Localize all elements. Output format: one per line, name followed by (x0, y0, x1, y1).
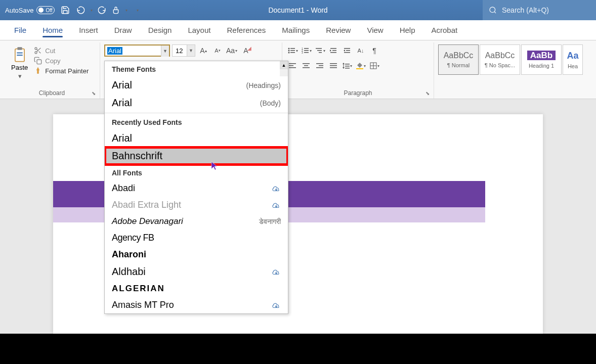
tab-references[interactable]: References (219, 20, 274, 40)
paste-icon (13, 47, 27, 63)
tab-design[interactable]: Design (140, 20, 180, 40)
svg-rect-4 (17, 52, 22, 53)
paste-button[interactable]: Paste ▾ (8, 44, 31, 82)
style-heading2[interactable]: Aa Hea (563, 44, 583, 75)
copy-icon (34, 57, 42, 65)
font-item-algerian[interactable]: ALGERIAN (105, 281, 288, 297)
shading-button[interactable]: ▾ (355, 60, 367, 72)
svg-point-17 (288, 52, 289, 54)
touch-dropdown-icon[interactable]: ▾ (125, 8, 127, 13)
tab-help[interactable]: Help (392, 20, 423, 40)
redo-icon[interactable] (97, 5, 107, 15)
qat-customize-icon[interactable]: ▾ (137, 8, 139, 13)
font-name: Abadi (112, 183, 135, 194)
font-name-combo[interactable]: Arial ▼ (104, 44, 170, 57)
cut-button[interactable]: Cut (34, 47, 89, 55)
svg-rect-25 (316, 48, 322, 49)
font-item-arial-body[interactable]: Arial (Body) (105, 94, 288, 112)
svg-rect-30 (330, 52, 336, 53)
autosave-toggle[interactable]: AutoSave Off (5, 6, 55, 14)
tab-review[interactable]: Review (318, 20, 359, 40)
svg-marker-31 (330, 50, 331, 52)
svg-rect-44 (316, 67, 323, 68)
font-hint: (Headings) (246, 81, 281, 89)
tab-draw[interactable]: Draw (106, 20, 140, 40)
font-item-adobe-devanagari[interactable]: Adobe Devanagari डेवनागरी (105, 213, 288, 230)
mouse-cursor-icon (210, 161, 219, 173)
undo-icon[interactable] (76, 5, 86, 15)
clipboard-launcher-icon[interactable]: ⬊ (92, 90, 98, 97)
clear-formatting-button[interactable]: A◢ (240, 44, 252, 57)
title-bar: AutoSave Off ▾ ▾ ▾ Document1 - Word Sear… (0, 0, 596, 20)
increase-font-button[interactable]: A▴ (197, 44, 209, 57)
paragraph-launcher-icon[interactable]: ⬊ (425, 90, 432, 97)
tab-file[interactable]: File (6, 20, 34, 40)
font-item-arial-recent[interactable]: Arial (105, 129, 288, 147)
borders-button[interactable]: ▾ (368, 60, 380, 72)
search-box[interactable]: Search (Alt+Q) (483, 0, 596, 20)
font-item-aldhabi[interactable]: Aldhabi (105, 263, 288, 281)
chevron-down-icon[interactable]: ▼ (161, 46, 169, 57)
font-item-bahnschrift[interactable]: Bahnschrift (105, 147, 288, 165)
tab-home[interactable]: Home (34, 20, 71, 40)
increase-indent-button[interactable] (341, 44, 353, 57)
save-icon[interactable] (60, 5, 70, 15)
svg-rect-18 (290, 52, 295, 53)
svg-rect-38 (289, 67, 296, 68)
font-item-amasis-mt-pro[interactable]: Amasis MT Pro (105, 297, 288, 313)
dropdown-scrollbar[interactable]: ▲ (280, 61, 288, 76)
format-painter-button[interactable]: Format Painter (34, 67, 89, 75)
font-name: Adobe Devanagari (112, 216, 183, 226)
chevron-down-icon[interactable]: ▼ (187, 45, 195, 56)
tab-mailings[interactable]: Mailings (274, 20, 318, 40)
font-item-aharoni[interactable]: Aharoni (105, 246, 288, 263)
show-marks-button[interactable]: ¶ (368, 44, 380, 57)
font-name: Arial (112, 132, 132, 144)
svg-rect-34 (344, 52, 350, 53)
touch-mode-icon[interactable] (111, 5, 121, 15)
sort-button[interactable]: A↓ (355, 44, 367, 57)
svg-line-9 (39, 52, 41, 54)
cloud-download-icon (272, 302, 281, 309)
undo-dropdown-icon[interactable]: ▾ (91, 8, 93, 13)
svg-rect-32 (344, 48, 350, 49)
svg-rect-45 (330, 63, 337, 64)
tab-insert[interactable]: Insert (71, 20, 106, 40)
numbering-button[interactable]: 123▾ (300, 44, 312, 57)
svg-rect-41 (303, 67, 310, 68)
black-bar (0, 334, 596, 364)
toggle-switch[interactable]: Off (36, 6, 55, 14)
group-paragraph: ▾ 123▾ ▾ A↓ ¶ ▾ ▾ ▾ Paragraph ⬊ (282, 42, 434, 99)
font-item-abadi[interactable]: Abadi (105, 180, 288, 197)
tab-view[interactable]: View (359, 20, 391, 40)
font-size-combo[interactable]: 12 ▼ (172, 44, 195, 57)
scroll-up-icon[interactable]: ▲ (280, 61, 288, 69)
decrease-indent-button[interactable] (327, 44, 339, 57)
copy-button[interactable]: Copy (34, 57, 89, 65)
style-heading1[interactable]: AaBb Heading 1 (521, 44, 562, 75)
paste-dropdown-icon[interactable]: ▾ (18, 72, 22, 80)
svg-rect-39 (303, 63, 310, 64)
font-item-abadi-extra-light[interactable]: Abadi Extra Light (105, 197, 288, 213)
multilevel-list-button[interactable]: ▾ (314, 44, 326, 57)
svg-rect-12 (37, 70, 39, 74)
align-center-button[interactable] (300, 60, 312, 72)
tab-layout[interactable]: Layout (180, 20, 219, 40)
align-right-button[interactable] (314, 60, 326, 72)
style-preview: AaBb (527, 51, 556, 60)
svg-point-0 (490, 7, 495, 13)
bullets-button[interactable]: ▾ (286, 44, 299, 57)
style-no-spacing[interactable]: AaBbCc ¶ No Spac... (480, 44, 520, 75)
justify-button[interactable] (327, 60, 339, 72)
font-item-arial-headings[interactable]: Arial (Headings) (105, 76, 288, 94)
svg-marker-49 (343, 63, 345, 64)
font-item-agency-fb[interactable]: Agency FB (105, 230, 288, 246)
style-normal[interactable]: AaBbCc ¶ Normal (438, 44, 479, 75)
paragraph-group-label: Paragraph (286, 89, 430, 98)
tab-acrobat[interactable]: Acrobat (423, 20, 466, 40)
font-name: Arial (112, 97, 132, 109)
change-case-button[interactable]: Aa▾ (226, 44, 238, 57)
decrease-font-button[interactable]: A▾ (211, 44, 224, 57)
font-name: Abadi Extra Light (112, 200, 181, 210)
line-spacing-button[interactable]: ▾ (341, 60, 353, 72)
